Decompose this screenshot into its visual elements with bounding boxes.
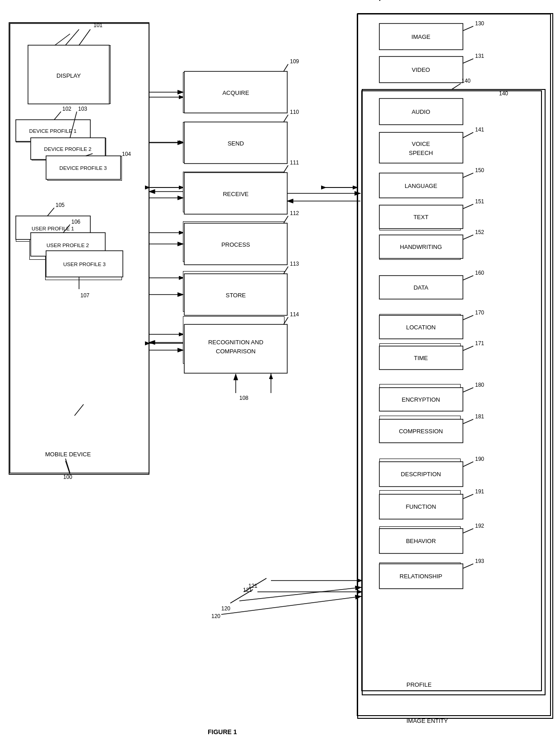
store-box bbox=[183, 271, 285, 312]
voice-speech-label: VOICESPEECH bbox=[407, 141, 433, 155]
recognition-comparison-label: RECOGNITION ANDCOMPARISON bbox=[205, 333, 263, 347]
function-box bbox=[379, 490, 461, 515]
location-box bbox=[379, 314, 461, 337]
time-box bbox=[379, 343, 461, 366]
voice-speech-box: VOICESPEECH bbox=[379, 133, 461, 163]
description-box bbox=[379, 459, 461, 483]
text-box bbox=[379, 208, 461, 230]
label-120: 120 bbox=[221, 605, 230, 612]
video-box bbox=[379, 56, 461, 81]
label-121: 121 bbox=[248, 583, 257, 589]
image-box bbox=[379, 25, 461, 50]
svg-line-19 bbox=[230, 590, 253, 603]
device-profile-3-box bbox=[47, 156, 122, 181]
acquire-box bbox=[183, 72, 285, 113]
relationship-box bbox=[379, 562, 461, 587]
receive-box bbox=[183, 172, 285, 212]
handwriting-box bbox=[379, 237, 461, 260]
behavior-box bbox=[379, 526, 461, 551]
recognition-comparison-box: RECOGNITION ANDCOMPARISON bbox=[183, 316, 285, 364]
diagram: RECOGNITION ANDCOMPARISON 140 VOICESPEEC… bbox=[0, 0, 560, 745]
send-box bbox=[183, 122, 285, 163]
encryption-box bbox=[379, 384, 461, 407]
user-profile-3-box bbox=[45, 253, 122, 280]
compression-box bbox=[379, 416, 461, 438]
label-140-group: 140 bbox=[499, 90, 508, 97]
data-box bbox=[379, 276, 461, 298]
process-box bbox=[183, 221, 285, 262]
audio-box bbox=[379, 99, 461, 124]
display-box bbox=[29, 45, 111, 104]
language-box bbox=[379, 0, 380, 1]
